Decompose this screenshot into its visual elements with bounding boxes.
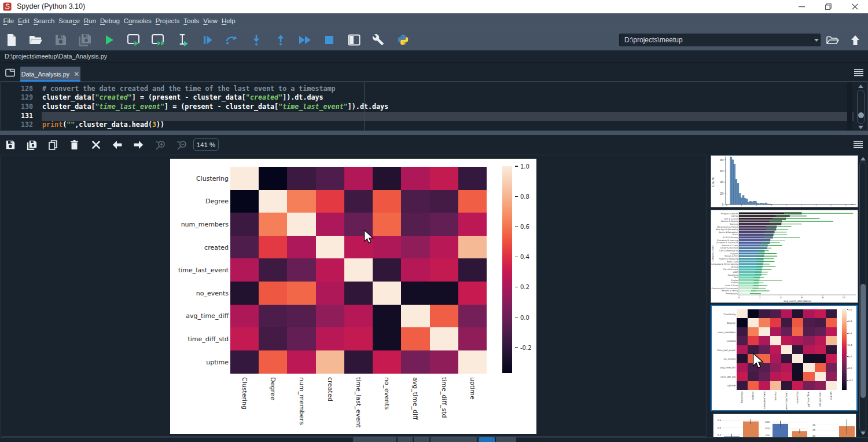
thumbnail-comparison-bars[interactable]: 0.40.50.6400500600202530: [713, 414, 856, 437]
menu-debug[interactable]: Debug: [98, 15, 122, 27]
scroll-up-icon[interactable]: [860, 156, 866, 161]
editor-tabbar: Data_Analysis.py ✕: [0, 63, 868, 82]
scroll-up-icon[interactable]: [858, 84, 864, 89]
browse-tabs-icon: [5, 68, 15, 77]
heatmap-row-label: no_events: [196, 289, 229, 297]
stop-button[interactable]: [319, 30, 339, 49]
thumbnails-scrollbar-thumb[interactable]: [860, 284, 866, 398]
svg-text:Fitness: Fitness: [731, 282, 738, 284]
remove-plot-button[interactable]: [66, 137, 83, 152]
status-widget[interactable]: [431, 437, 477, 442]
step-over-button[interactable]: [222, 30, 241, 49]
plots-options-button[interactable]: [854, 140, 863, 148]
run-button[interactable]: [100, 30, 119, 49]
working-directory-combobox[interactable]: D:\projects\meetup: [619, 34, 821, 46]
heatmap-cell: [401, 350, 430, 374]
new-file-button[interactable]: [2, 30, 21, 49]
status-widget-active[interactable]: [479, 437, 495, 442]
browse-directory-button[interactable]: [824, 31, 841, 49]
scroll-down-icon[interactable]: [858, 125, 864, 130]
heatmap-grid: [230, 167, 487, 373]
preferences-button[interactable]: [369, 30, 388, 49]
run-cell-advance-button[interactable]: [149, 30, 168, 49]
save-plot-button[interactable]: [2, 137, 19, 152]
svg-text:4: 4: [780, 296, 782, 299]
open-file-button[interactable]: [26, 30, 46, 49]
correlation-heatmap-figure: ClusteringDegreenum_memberscreatedtime_l…: [170, 159, 536, 434]
step-out-button[interactable]: [271, 30, 290, 49]
close-icon: [852, 3, 858, 10]
menu-help[interactable]: Help: [219, 15, 237, 27]
zoom-in-button[interactable]: [152, 137, 169, 152]
menu-search[interactable]: Search: [31, 15, 56, 27]
thumbnail-heatmap-cell: [781, 318, 793, 327]
heatmap-cell: [230, 213, 259, 236]
run-selection-button[interactable]: [173, 30, 193, 49]
zoom-out-button[interactable]: [173, 137, 190, 152]
thumbnail-heatmap-cell: [803, 327, 815, 337]
tab-close-icon[interactable]: ✕: [73, 71, 79, 77]
thumbnail-histogram[interactable]: 0510152025303540020406080Count: [711, 155, 858, 207]
thumbnail-heatmap-selected[interactable]: ClusteringDegreenum_memberscreatedtime_l…: [711, 305, 858, 411]
heatmap-cell: [230, 167, 259, 190]
save-button[interactable]: [51, 30, 71, 49]
zoom-level-value: 141 %: [197, 141, 216, 148]
heatmap-cell: [230, 282, 259, 305]
heatmap-column-label: no_events: [383, 377, 391, 410]
remove-all-plots-button[interactable]: [87, 137, 105, 152]
thumbnails-scrollbar[interactable]: [859, 155, 867, 437]
python-env-button[interactable]: [393, 30, 413, 49]
copy-plot-button[interactable]: [45, 137, 62, 152]
svg-text:25: 25: [812, 429, 816, 432]
svg-text:10: 10: [842, 296, 845, 299]
code-editor[interactable]: 128129130131132 # convert the date creat…: [0, 82, 868, 131]
heatmap-cell: [344, 327, 373, 350]
menu-tools[interactable]: Tools: [182, 15, 201, 27]
thumbnail-heatmap-cell: [792, 372, 804, 381]
scroll-down-icon[interactable]: [860, 431, 866, 436]
svg-text:500: 500: [765, 427, 770, 430]
status-widget[interactable]: [496, 437, 516, 442]
dropdown-arrow-icon[interactable]: [812, 34, 820, 46]
heatmap-cell: [287, 190, 316, 213]
close-button[interactable]: [841, 0, 868, 13]
next-plot-button[interactable]: [130, 137, 148, 152]
editor-scrollbar[interactable]: [856, 83, 866, 130]
thumbnail-heatmap-cell: [770, 327, 782, 337]
editor-scrollbar-track[interactable]: [857, 90, 865, 124]
status-widget[interactable]: [398, 437, 413, 442]
thumbnail-category-barchart[interactable]: 0246810avg_event_attendancecategory_name…: [711, 210, 858, 303]
save-all-plots-button[interactable]: [23, 137, 41, 152]
window-title: Spyder (Python 3.10): [17, 2, 85, 10]
open-file-icon: [29, 34, 43, 46]
menu-consoles[interactable]: Consoles: [122, 15, 153, 27]
editor-options-button[interactable]: [854, 68, 863, 76]
debug-button[interactable]: [197, 30, 217, 49]
pane-splitter[interactable]: [0, 131, 868, 135]
previous-plot-button[interactable]: [109, 137, 126, 152]
menu-source[interactable]: Source: [57, 15, 82, 27]
parent-directory-button[interactable]: [847, 31, 864, 49]
thumbnail-heatmap-cell: [781, 354, 793, 363]
thumbnail-heatmap-cell: [815, 345, 826, 355]
menu-edit[interactable]: Edit: [16, 15, 32, 27]
step-into-button[interactable]: [247, 30, 266, 49]
thumbnail-heatmap-cell: [770, 318, 782, 327]
maximize-pane-button[interactable]: [344, 30, 364, 49]
menu-projects[interactable]: Projects: [153, 15, 182, 27]
debug-icon: [202, 35, 213, 45]
heatmap-cell: [373, 305, 402, 328]
status-widget[interactable]: [353, 437, 396, 442]
menu-run[interactable]: Run: [82, 15, 98, 27]
minimize-button[interactable]: [788, 0, 815, 13]
browse-tabs-button[interactable]: [4, 67, 16, 78]
continue-button[interactable]: [295, 30, 315, 49]
menu-file[interactable]: File: [1, 15, 16, 27]
editor-scrollbar-thumb[interactable]: [858, 112, 864, 118]
maximize-button[interactable]: [815, 0, 841, 13]
run-cell-button[interactable]: [124, 30, 144, 49]
menu-view[interactable]: View: [201, 15, 220, 27]
save-all-button[interactable]: [75, 30, 95, 49]
status-widget[interactable]: [414, 437, 429, 442]
heatmap-cell: [373, 258, 402, 282]
